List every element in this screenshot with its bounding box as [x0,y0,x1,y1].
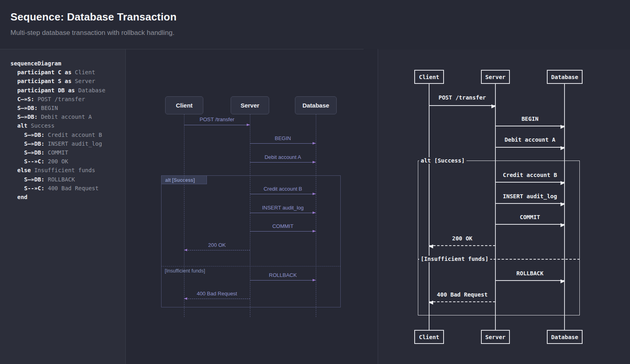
code-line: end [10,193,124,201]
message-arrow [250,162,316,163]
header-divider [0,49,364,49]
lifeline-client [184,114,184,317]
message-arrow [250,194,316,194]
message-label: POST /transfer [429,94,495,101]
message-label: Credit account B [250,186,316,192]
actor-box-database-top: Database [547,70,583,84]
panel-divider-left [125,49,126,364]
message-arrow [495,126,565,126]
message-arrow [495,280,565,281]
message-arrow [184,125,250,125]
actor-box-client-bottom: Client [414,330,444,344]
page-title: Sequence: Database Transaction [10,11,176,23]
code-line: S--»C: 200 OK [10,157,124,166]
actor-box-client-top: Client [414,70,444,84]
message-label: 200 OK [429,235,495,242]
app-window: Sequence: Database Transaction Multi-ste… [0,0,630,364]
message-label: 400 Bad Request [429,291,495,298]
actor-box-server-bottom: Server [481,330,510,344]
lifeline-server [250,114,250,317]
message-label: INSERT audit_log [495,193,565,199]
message-arrow [429,245,495,246]
message-arrow [250,280,316,281]
message-arrow [429,105,495,106]
code-line: S—»DB: Credit account B [10,130,124,139]
message-arrow [184,299,250,299]
message-arrow [495,182,565,183]
message-arrow [429,301,495,302]
code-line: S—»DB: ROLLBACK [10,175,124,184]
else-label: [Insufficient funds] [165,268,205,274]
message-arrow [495,224,565,225]
alt-frame [161,175,341,307]
alt-frame-label: alt [Success] [419,157,466,164]
code-line: S—»DB: Debit account A [10,112,124,121]
code-line: participant DB as Database [10,86,124,95]
actor-box-database: Database [295,96,337,114]
code-panel[interactable]: sequenceDiagramparticipant C as Clientpa… [10,59,124,201]
code-line: C—»S: POST /transfer [10,95,124,104]
message-label: ROLLBACK [495,270,565,277]
message-label: Debit account A [495,136,565,143]
message-label: INSERT audit_log [250,205,316,211]
message-arrow [495,203,565,204]
else-label: [Insufficient funds] [419,256,490,262]
message-arrow [184,250,250,250]
panel-divider-right [378,49,378,364]
message-label: 200 OK [184,242,250,248]
message-label: ROLLBACK [250,272,316,278]
message-label: POST /transfer [184,116,250,122]
else-divider [161,266,341,266]
message-arrow [250,213,316,213]
actor-box-server: Server [231,96,269,114]
message-arrow [250,143,316,144]
message-label: 400 Bad Request [184,291,250,297]
code-line: else Insufficient funds [10,166,124,175]
actor-box-server-top: Server [481,70,510,84]
actor-box-client: Client [165,96,203,114]
message-label: COMMIT [250,223,316,229]
message-label: BEGIN [250,135,316,141]
message-arrow [495,147,565,148]
code-line: S—»DB: COMMIT [10,148,124,157]
code-line: S—»DB: INSERT audit_log [10,139,124,148]
message-label: Credit account B [495,172,565,178]
actor-box-database-bottom: Database [547,330,583,344]
code-line: participant S as Server [10,77,124,85]
message-label: BEGIN [495,116,565,122]
message-label: Debit account A [250,154,316,160]
code-line: alt Success [10,121,124,130]
message-arrow [250,231,316,232]
message-label: COMMIT [495,214,565,220]
code-line: S--»C: 400 Bad Request [10,184,124,193]
code-line: S—»DB: BEGIN [10,104,124,112]
code-line: participant C as Client [10,68,124,77]
page-subtitle: Multi-step database transaction with rol… [10,29,174,37]
code-line: sequenceDiagram [10,59,124,68]
lifeline-database [316,114,316,317]
